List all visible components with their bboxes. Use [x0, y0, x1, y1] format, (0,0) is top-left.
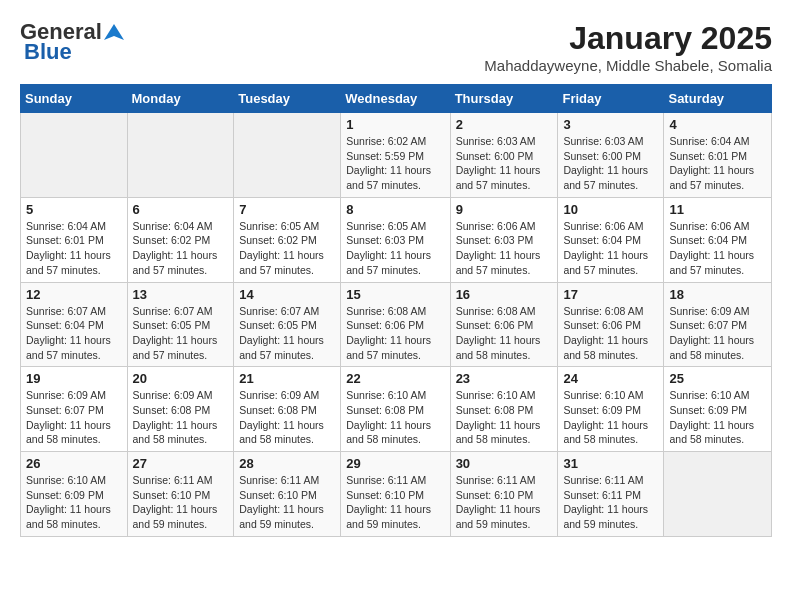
day-info: Sunrise: 6:07 AMSunset: 6:05 PMDaylight:…: [133, 304, 229, 363]
calendar-cell: 25Sunrise: 6:10 AMSunset: 6:09 PMDayligh…: [664, 367, 772, 452]
day-number: 27: [133, 456, 229, 471]
calendar-cell: 30Sunrise: 6:11 AMSunset: 6:10 PMDayligh…: [450, 452, 558, 537]
day-number: 6: [133, 202, 229, 217]
day-info: Sunrise: 6:10 AMSunset: 6:08 PMDaylight:…: [456, 388, 553, 447]
logo-blue: Blue: [20, 40, 72, 64]
day-info: Sunrise: 6:07 AMSunset: 6:05 PMDaylight:…: [239, 304, 335, 363]
day-info: Sunrise: 6:10 AMSunset: 6:09 PMDaylight:…: [669, 388, 766, 447]
day-number: 14: [239, 287, 335, 302]
calendar-cell: [21, 113, 128, 198]
calendar-cell: 4Sunrise: 6:04 AMSunset: 6:01 PMDaylight…: [664, 113, 772, 198]
svg-marker-0: [104, 24, 124, 40]
day-info: Sunrise: 6:05 AMSunset: 6:02 PMDaylight:…: [239, 219, 335, 278]
calendar-cell: 20Sunrise: 6:09 AMSunset: 6:08 PMDayligh…: [127, 367, 234, 452]
day-number: 4: [669, 117, 766, 132]
calendar-week-row: 12Sunrise: 6:07 AMSunset: 6:04 PMDayligh…: [21, 282, 772, 367]
day-number: 28: [239, 456, 335, 471]
day-info: Sunrise: 6:08 AMSunset: 6:06 PMDaylight:…: [346, 304, 444, 363]
calendar-cell: [234, 113, 341, 198]
day-number: 8: [346, 202, 444, 217]
day-number: 25: [669, 371, 766, 386]
weekday-header: Friday: [558, 85, 664, 113]
day-info: Sunrise: 6:06 AMSunset: 6:03 PMDaylight:…: [456, 219, 553, 278]
day-info: Sunrise: 6:09 AMSunset: 6:07 PMDaylight:…: [26, 388, 122, 447]
day-number: 22: [346, 371, 444, 386]
day-info: Sunrise: 6:10 AMSunset: 6:09 PMDaylight:…: [563, 388, 658, 447]
calendar-cell: 19Sunrise: 6:09 AMSunset: 6:07 PMDayligh…: [21, 367, 128, 452]
day-number: 9: [456, 202, 553, 217]
calendar-cell: [664, 452, 772, 537]
day-number: 21: [239, 371, 335, 386]
calendar-cell: 29Sunrise: 6:11 AMSunset: 6:10 PMDayligh…: [341, 452, 450, 537]
day-info: Sunrise: 6:03 AMSunset: 6:00 PMDaylight:…: [456, 134, 553, 193]
day-number: 18: [669, 287, 766, 302]
calendar-cell: 8Sunrise: 6:05 AMSunset: 6:03 PMDaylight…: [341, 197, 450, 282]
calendar-table: SundayMondayTuesdayWednesdayThursdayFrid…: [20, 84, 772, 537]
calendar-cell: 23Sunrise: 6:10 AMSunset: 6:08 PMDayligh…: [450, 367, 558, 452]
day-number: 13: [133, 287, 229, 302]
calendar-cell: 28Sunrise: 6:11 AMSunset: 6:10 PMDayligh…: [234, 452, 341, 537]
day-number: 19: [26, 371, 122, 386]
day-number: 23: [456, 371, 553, 386]
day-number: 15: [346, 287, 444, 302]
day-info: Sunrise: 6:11 AMSunset: 6:10 PMDaylight:…: [456, 473, 553, 532]
calendar-cell: 11Sunrise: 6:06 AMSunset: 6:04 PMDayligh…: [664, 197, 772, 282]
calendar-cell: 26Sunrise: 6:10 AMSunset: 6:09 PMDayligh…: [21, 452, 128, 537]
weekday-header-row: SundayMondayTuesdayWednesdayThursdayFrid…: [21, 85, 772, 113]
month-title: January 2025: [484, 20, 772, 57]
day-info: Sunrise: 6:11 AMSunset: 6:10 PMDaylight:…: [133, 473, 229, 532]
day-info: Sunrise: 6:03 AMSunset: 6:00 PMDaylight:…: [563, 134, 658, 193]
weekday-header: Tuesday: [234, 85, 341, 113]
day-number: 11: [669, 202, 766, 217]
day-number: 7: [239, 202, 335, 217]
day-info: Sunrise: 6:10 AMSunset: 6:08 PMDaylight:…: [346, 388, 444, 447]
calendar-cell: 16Sunrise: 6:08 AMSunset: 6:06 PMDayligh…: [450, 282, 558, 367]
day-number: 2: [456, 117, 553, 132]
weekday-header: Monday: [127, 85, 234, 113]
day-info: Sunrise: 6:06 AMSunset: 6:04 PMDaylight:…: [563, 219, 658, 278]
weekday-header: Thursday: [450, 85, 558, 113]
calendar-cell: 6Sunrise: 6:04 AMSunset: 6:02 PMDaylight…: [127, 197, 234, 282]
weekday-header: Wednesday: [341, 85, 450, 113]
calendar-cell: 10Sunrise: 6:06 AMSunset: 6:04 PMDayligh…: [558, 197, 664, 282]
day-info: Sunrise: 6:05 AMSunset: 6:03 PMDaylight:…: [346, 219, 444, 278]
calendar-cell: 24Sunrise: 6:10 AMSunset: 6:09 PMDayligh…: [558, 367, 664, 452]
calendar-week-row: 26Sunrise: 6:10 AMSunset: 6:09 PMDayligh…: [21, 452, 772, 537]
calendar-cell: 12Sunrise: 6:07 AMSunset: 6:04 PMDayligh…: [21, 282, 128, 367]
weekday-header: Saturday: [664, 85, 772, 113]
day-number: 3: [563, 117, 658, 132]
day-info: Sunrise: 6:09 AMSunset: 6:07 PMDaylight:…: [669, 304, 766, 363]
calendar-week-row: 1Sunrise: 6:02 AMSunset: 5:59 PMDaylight…: [21, 113, 772, 198]
logo: General Blue: [20, 20, 124, 64]
day-number: 5: [26, 202, 122, 217]
day-info: Sunrise: 6:02 AMSunset: 5:59 PMDaylight:…: [346, 134, 444, 193]
day-number: 1: [346, 117, 444, 132]
day-info: Sunrise: 6:11 AMSunset: 6:10 PMDaylight:…: [239, 473, 335, 532]
calendar-cell: 1Sunrise: 6:02 AMSunset: 5:59 PMDaylight…: [341, 113, 450, 198]
day-info: Sunrise: 6:09 AMSunset: 6:08 PMDaylight:…: [239, 388, 335, 447]
logo-bird-icon: [104, 22, 124, 42]
calendar-cell: 13Sunrise: 6:07 AMSunset: 6:05 PMDayligh…: [127, 282, 234, 367]
day-info: Sunrise: 6:06 AMSunset: 6:04 PMDaylight:…: [669, 219, 766, 278]
calendar-cell: 2Sunrise: 6:03 AMSunset: 6:00 PMDaylight…: [450, 113, 558, 198]
day-number: 31: [563, 456, 658, 471]
day-number: 29: [346, 456, 444, 471]
calendar-cell: 14Sunrise: 6:07 AMSunset: 6:05 PMDayligh…: [234, 282, 341, 367]
day-number: 20: [133, 371, 229, 386]
calendar-cell: 7Sunrise: 6:05 AMSunset: 6:02 PMDaylight…: [234, 197, 341, 282]
calendar-cell: [127, 113, 234, 198]
weekday-header: Sunday: [21, 85, 128, 113]
calendar-cell: 18Sunrise: 6:09 AMSunset: 6:07 PMDayligh…: [664, 282, 772, 367]
day-number: 10: [563, 202, 658, 217]
page-header: General Blue January 2025 Mahaddayweyne,…: [20, 20, 772, 74]
day-number: 12: [26, 287, 122, 302]
day-info: Sunrise: 6:04 AMSunset: 6:01 PMDaylight:…: [669, 134, 766, 193]
calendar-cell: 15Sunrise: 6:08 AMSunset: 6:06 PMDayligh…: [341, 282, 450, 367]
day-number: 24: [563, 371, 658, 386]
calendar-cell: 17Sunrise: 6:08 AMSunset: 6:06 PMDayligh…: [558, 282, 664, 367]
calendar-week-row: 5Sunrise: 6:04 AMSunset: 6:01 PMDaylight…: [21, 197, 772, 282]
day-info: Sunrise: 6:04 AMSunset: 6:01 PMDaylight:…: [26, 219, 122, 278]
day-info: Sunrise: 6:07 AMSunset: 6:04 PMDaylight:…: [26, 304, 122, 363]
calendar-cell: 5Sunrise: 6:04 AMSunset: 6:01 PMDaylight…: [21, 197, 128, 282]
calendar-cell: 27Sunrise: 6:11 AMSunset: 6:10 PMDayligh…: [127, 452, 234, 537]
